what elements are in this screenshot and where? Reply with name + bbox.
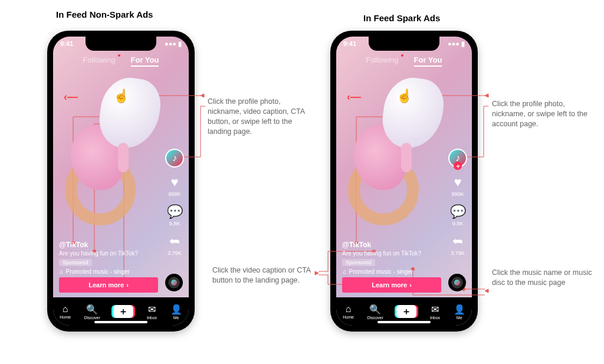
for-you-tab[interactable]: For You — [414, 55, 442, 67]
comment-stack[interactable]: 💬 9.8K — [167, 204, 183, 227]
music-row[interactable]: ♫ Promoted music - singer — [342, 268, 436, 275]
share-icon: ➦ — [169, 234, 180, 249]
swipe-arrow-left-icon: ‹― — [64, 91, 78, 103]
feed-tabs: Following For You — [336, 55, 472, 67]
music-note-icon: ♫ — [342, 268, 347, 275]
caption[interactable]: Are you having fun on TikTok? — [59, 250, 153, 257]
nav-home[interactable]: ⌂Home — [60, 304, 71, 319]
like-count: 999K — [451, 191, 464, 197]
nav-discover[interactable]: 🔍Discover — [367, 304, 383, 320]
following-tab[interactable]: Following — [83, 55, 116, 67]
title-non-spark: In Feed Non-Spark Ads — [56, 9, 153, 19]
sponsored-badge: Sponsored — [59, 259, 92, 266]
phone-screen: 9:41 ●●● ▮ Following For You ‹― ☝ ♪ ＋ ♥ … — [336, 37, 472, 326]
status-time: 9:41 — [343, 40, 356, 48]
person-icon: 👤 — [454, 304, 465, 315]
share-stack[interactable]: ➦ 3.79K — [451, 234, 465, 256]
following-tab[interactable]: Following — [366, 55, 399, 67]
phone-notch — [86, 37, 156, 51]
music-text: Promoted music - singer — [349, 268, 413, 275]
share-count: 3.79K — [168, 250, 182, 256]
status-icons: ●●● ▮ — [448, 40, 465, 48]
cta-button[interactable]: Learn more › — [342, 277, 441, 293]
nav-me-label: Me — [457, 316, 462, 320]
inbox-icon: ✉ — [431, 304, 439, 315]
cta-button[interactable]: Learn more › — [59, 277, 158, 293]
feed-tabs: Following For You — [53, 55, 189, 67]
heart-icon: ♥ — [454, 175, 461, 190]
live-dot-icon — [118, 54, 120, 57]
nav-me-label: Me — [173, 316, 179, 320]
share-count: 3.79K — [451, 250, 465, 256]
comment-count: 9.8K — [452, 221, 464, 227]
nav-me[interactable]: 👤Me — [454, 304, 465, 320]
like-stack[interactable]: ♥ 999K — [451, 175, 464, 197]
nav-me[interactable]: 👤Me — [170, 304, 182, 320]
video-info: @TikTok Are you having fun on TikTok? Sp… — [59, 241, 153, 275]
music-row[interactable]: ♫ Promoted music - singer — [59, 268, 153, 275]
search-icon: 🔍 — [86, 304, 98, 315]
engagement-rail: ♪ ♥ 999K 💬 9.8K ➦ 3.79K — [165, 149, 184, 256]
nav-home-label: Home — [60, 315, 71, 319]
nav-home[interactable]: ⌂Home — [343, 304, 354, 319]
swipe-hand-icon: ☝ — [396, 88, 412, 104]
profile-avatar[interactable]: ♪ — [165, 149, 184, 168]
sponsored-badge: Sponsored — [342, 259, 375, 266]
annotation-left-top: Click the profile photo, nickname, video… — [208, 97, 314, 137]
profile-avatar[interactable]: ♪ ＋ — [448, 149, 467, 168]
engagement-rail: ♪ ＋ ♥ 999K 💬 9.8K ➦ 3.79K — [448, 149, 467, 256]
live-dot-icon — [401, 54, 403, 57]
person-icon: 👤 — [170, 304, 182, 315]
nickname[interactable]: @TikTok — [59, 241, 153, 249]
phone-spark: 9:41 ●●● ▮ Following For You ‹― ☝ ♪ ＋ ♥ … — [330, 31, 478, 332]
music-disc[interactable] — [165, 274, 183, 291]
title-spark: In Feed Spark Ads — [363, 13, 440, 23]
nav-discover[interactable]: 🔍Discover — [84, 304, 100, 320]
nav-inbox-label: Inbox — [430, 316, 440, 320]
comment-icon: 💬 — [167, 204, 183, 219]
annotation-right-bottom-right: Click the music name or music disc to th… — [492, 268, 598, 288]
video-info: @TikTok Are you having fun on TikTok? Sp… — [342, 241, 436, 275]
nav-home-label: Home — [343, 315, 354, 319]
phone-non-spark: 9:41 ●●● ▮ Following For You ‹― ☝ ♪ ♥ 99… — [47, 31, 195, 332]
cta-arrow-icon: › — [126, 281, 129, 288]
nav-create[interactable]: ＋ — [396, 305, 416, 318]
for-you-tab[interactable]: For You — [131, 55, 159, 67]
cta-label: Learn more — [88, 281, 124, 288]
swipe-hand-icon: ☝ — [113, 88, 129, 104]
comment-count: 9.8K — [169, 221, 180, 227]
share-stack[interactable]: ➦ 3.79K — [168, 234, 182, 256]
music-note-icon: ♫ — [59, 268, 64, 275]
annotation-right-top: Click the profile photo, nickname, or sw… — [492, 99, 598, 129]
music-text: Promoted music - singer — [66, 268, 130, 275]
nickname[interactable]: @TikTok — [342, 241, 436, 249]
nav-inbox[interactable]: ✉Inbox — [147, 304, 157, 320]
comment-icon: 💬 — [450, 204, 466, 219]
home-icon: ⌂ — [63, 304, 68, 314]
nav-discover-label: Discover — [367, 316, 383, 320]
inbox-icon: ✉ — [148, 304, 156, 315]
nav-inbox[interactable]: ✉Inbox — [430, 304, 440, 320]
like-count: 999K — [168, 191, 180, 197]
home-indicator — [378, 321, 431, 323]
cta-arrow-icon: › — [409, 281, 412, 288]
home-icon: ⌂ — [346, 304, 352, 314]
heart-icon: ♥ — [170, 175, 178, 190]
phone-screen: 9:41 ●●● ▮ Following For You ‹― ☝ ♪ ♥ 99… — [53, 37, 189, 326]
home-indicator — [94, 321, 147, 323]
comment-stack[interactable]: 💬 9.8K — [450, 204, 466, 227]
follow-plus-icon[interactable]: ＋ — [454, 162, 462, 170]
music-disc[interactable] — [448, 274, 466, 291]
nav-inbox-label: Inbox — [147, 316, 157, 320]
caption[interactable]: Are you having fun on TikTok? — [342, 250, 436, 257]
share-icon: ➦ — [452, 234, 463, 249]
nav-create[interactable]: ＋ — [113, 305, 133, 318]
status-icons: ●●● ▮ — [165, 40, 182, 48]
like-stack[interactable]: ♥ 999K — [168, 175, 180, 197]
annotation-right-bottom-left: Click the video caption or CTA button to… — [212, 265, 313, 286]
search-icon: 🔍 — [369, 304, 381, 315]
swipe-arrow-left-icon: ‹― — [347, 91, 361, 103]
status-time: 9:41 — [60, 40, 73, 48]
nav-discover-label: Discover — [84, 316, 100, 320]
phone-notch — [369, 37, 439, 51]
